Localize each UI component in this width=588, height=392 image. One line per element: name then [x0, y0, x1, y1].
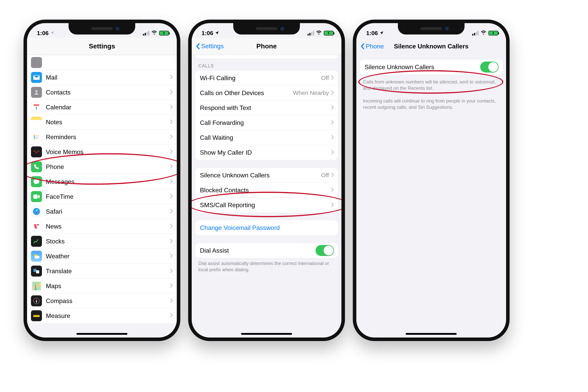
settings-row-contacts[interactable]: Contacts: [27, 85, 177, 100]
chevron-right-icon: [170, 74, 173, 80]
notes-icon: [31, 116, 42, 128]
chevron-right-icon: [170, 119, 173, 125]
phone-icon: [31, 161, 42, 172]
settings-row-translate[interactable]: Translate: [27, 264, 177, 278]
section-header-calls: CALLS: [192, 58, 342, 70]
row-show-caller-id[interactable]: Show My Caller ID: [195, 145, 338, 160]
app-icon: [31, 57, 42, 68]
row-respond-with-text[interactable]: Respond with Text: [195, 100, 338, 115]
svg-point-6: [34, 138, 35, 139]
chevron-right-icon: [170, 149, 173, 155]
settings-row-notes[interactable]: Notes: [27, 115, 177, 130]
settings-row-compass[interactable]: Compass: [27, 294, 177, 308]
home-indicator[interactable]: [76, 333, 128, 335]
svg-rect-15: [36, 270, 39, 274]
svg-rect-2: [34, 104, 39, 106]
voicemail-group: Change Voicemail Password: [195, 220, 338, 235]
svg-rect-10: [33, 194, 38, 199]
wifi-icon: [316, 30, 322, 36]
svg-rect-7: [36, 135, 39, 136]
chevron-right-icon: [170, 90, 173, 95]
chevron-right-icon: [331, 187, 334, 193]
silence-footer-1: Calls from unknown numbers will be silen…: [356, 76, 506, 96]
settings-row-news[interactable]: News: [27, 219, 177, 234]
settings-row-facetime[interactable]: FaceTime: [27, 189, 177, 204]
battery-icon: [324, 31, 334, 36]
settings-row-stocks[interactable]: Stocks: [27, 234, 177, 249]
row-calls-other-devices[interactable]: Calls on Other Devices When Nearby: [195, 86, 338, 100]
weather-icon: [31, 251, 42, 262]
calendar-icon: 1: [31, 102, 42, 113]
chevron-right-icon: [170, 208, 173, 214]
back-button[interactable]: Phone: [360, 43, 384, 50]
settings-row-mail[interactable]: Mail: [27, 70, 177, 85]
stocks-icon: [31, 236, 42, 247]
settings-row-measure[interactable]: Measure: [27, 308, 177, 323]
settings-row-truncated[interactable]: [27, 55, 177, 70]
row-wifi-calling[interactable]: Wi-Fi Calling Off: [195, 70, 338, 86]
phone-settings-content[interactable]: CALLS Wi-Fi Calling Off Calls on Other D…: [192, 55, 342, 338]
settings-row-reminders[interactable]: Reminders: [27, 130, 177, 144]
settings-row-voice-memos[interactable]: Voice Memos: [27, 144, 177, 159]
chevron-right-icon: [331, 105, 334, 111]
location-icon: [50, 30, 54, 36]
home-indicator[interactable]: [241, 333, 292, 335]
chevron-right-icon: [170, 283, 173, 289]
settings-row-phone[interactable]: Phone: [27, 159, 177, 174]
cellular-signal-icon: [143, 31, 149, 36]
chevron-right-icon: [331, 90, 334, 96]
settings-row-safari[interactable]: Safari: [27, 204, 177, 219]
home-indicator[interactable]: [406, 333, 457, 335]
chevron-right-icon: [170, 313, 173, 319]
phone-frame-silence-callers: 1:06 Phone Silence Unknown Callers Silen…: [353, 20, 510, 341]
location-icon: [380, 30, 384, 36]
settings-row-messages[interactable]: Messages: [27, 174, 177, 189]
row-call-forwarding[interactable]: Call Forwarding: [195, 115, 338, 130]
svg-point-13: [34, 256, 40, 259]
row-call-waiting[interactable]: Call Waiting: [195, 130, 338, 145]
reminders-icon: [31, 132, 42, 142]
navigation-bar: Settings: [27, 38, 177, 55]
back-button[interactable]: Settings: [196, 42, 224, 50]
svg-rect-8: [36, 136, 39, 137]
svg-point-4: [34, 135, 35, 136]
row-change-voicemail-password[interactable]: Change Voicemail Password: [195, 220, 338, 235]
device-notch: [233, 23, 300, 34]
page-title: Phone: [256, 42, 277, 50]
silence-toggle[interactable]: [480, 62, 498, 72]
chevron-right-icon: [331, 172, 334, 178]
news-icon: [31, 221, 42, 232]
chevron-right-icon: [170, 104, 173, 110]
maps-icon: [31, 280, 42, 292]
phone-frame-phone-settings: 1:06 Settings Phone CALLS Wi-Fi Calling: [188, 20, 345, 341]
chevron-right-icon: [170, 134, 173, 140]
compass-icon: [31, 295, 42, 306]
row-sms-call-reporting[interactable]: SMS/Call Reporting: [195, 198, 338, 212]
svg-rect-9: [36, 138, 39, 139]
translate-icon: [31, 266, 42, 276]
silence-content[interactable]: Silence Unknown Callers Calls from unkno…: [356, 55, 506, 338]
svg-text:1: 1: [36, 106, 38, 110]
chevron-right-icon: [331, 120, 334, 126]
row-blocked-contacts[interactable]: Blocked Contacts: [195, 183, 338, 198]
chevron-right-icon: [170, 253, 173, 259]
chevron-right-icon: [170, 268, 173, 274]
mail-icon: [31, 72, 42, 83]
settings-list[interactable]: Mail Contacts 1 Calendar Notes: [27, 55, 177, 338]
dial-assist-footer: Dial assist automatically determines the…: [192, 260, 342, 277]
page-title: Settings: [89, 42, 115, 50]
battery-icon: [159, 31, 169, 36]
chevron-right-icon: [170, 164, 173, 170]
time-label: 1:06: [202, 30, 213, 36]
page-title: Silence Unknown Callers: [394, 43, 469, 50]
row-silence-unknown[interactable]: Silence Unknown Callers Off: [195, 168, 338, 183]
settings-row-maps[interactable]: Maps: [27, 278, 177, 294]
dial-assist-toggle[interactable]: [316, 245, 334, 256]
svg-rect-14: [33, 269, 36, 272]
chevron-right-icon: [331, 135, 334, 140]
wifi-icon: [151, 30, 157, 36]
measure-icon: [31, 310, 42, 321]
settings-row-calendar[interactable]: 1 Calendar: [27, 100, 177, 115]
phone-frame-settings: 1:06 Settings Mail: [24, 20, 180, 341]
settings-row-weather[interactable]: Weather: [27, 249, 177, 264]
